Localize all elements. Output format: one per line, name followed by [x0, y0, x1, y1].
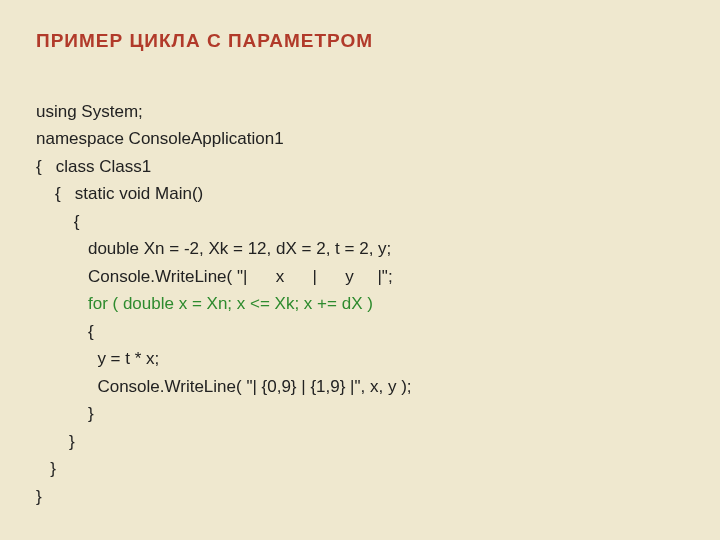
code-line: using System; — [36, 102, 143, 121]
code-line: { — [36, 322, 94, 341]
code-line: } — [36, 404, 94, 423]
code-line: } — [36, 459, 56, 478]
code-line: Console.WriteLine( "| x | y |"; — [36, 267, 393, 286]
code-line: y = t * x; — [36, 349, 159, 368]
code-block: using System; namespace ConsoleApplicati… — [36, 70, 684, 511]
code-line: { — [36, 212, 79, 231]
slide: ПРИМЕР ЦИКЛА С ПАРАМЕТРОМ using System; … — [0, 0, 720, 531]
code-line: { static void Main() — [36, 184, 203, 203]
slide-title: ПРИМЕР ЦИКЛА С ПАРАМЕТРОМ — [36, 30, 684, 52]
code-line: { class Class1 — [36, 157, 151, 176]
code-line-for: for ( double x = Xn; x <= Xk; x += dX ) — [36, 294, 373, 313]
code-line: Console.WriteLine( "| {0,9} | {1,9} |", … — [36, 377, 412, 396]
code-line: double Xn = -2, Xk = 12, dX = 2, t = 2, … — [36, 239, 391, 258]
code-line: namespace ConsoleApplication1 — [36, 129, 284, 148]
code-line: } — [36, 432, 75, 451]
code-line: } — [36, 487, 42, 506]
